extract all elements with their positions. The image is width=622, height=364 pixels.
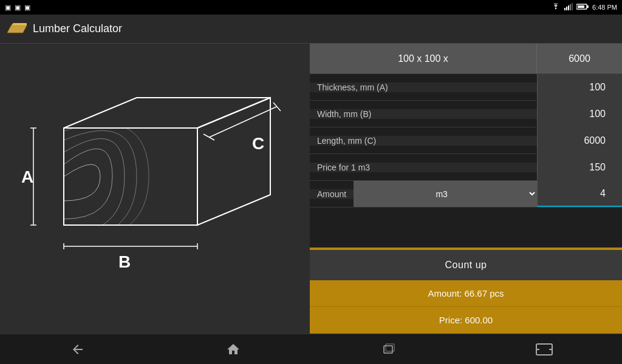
svg-text:B: B	[118, 252, 131, 271]
amount-result-row: Amount: 66.67 pcs	[310, 280, 622, 307]
width-row: Width, mm (B)	[310, 101, 622, 127]
svg-rect-2	[568, 5, 569, 10]
svg-rect-4	[572, 3, 573, 10]
svg-text:A: A	[21, 167, 33, 186]
svg-marker-9	[11, 23, 27, 25]
amount-unit-select[interactable]: m3 pcs	[354, 181, 537, 207]
amount-input[interactable]	[537, 181, 622, 207]
svg-line-26	[273, 103, 281, 111]
svg-rect-6	[578, 5, 584, 8]
lumber-diagram: A B C	[15, 79, 295, 298]
price-label: Price for 1 m3	[310, 163, 537, 172]
title-bar: Lumber Calculator	[0, 15, 622, 44]
amount-result: Amount: 66.67 pcs	[428, 288, 504, 298]
price-result: Price: 600.00	[439, 315, 493, 325]
app-title: Lumber Calculator	[33, 22, 122, 35]
main-content: A B C 100 x 100 x 6000 Thickness, mm (A	[0, 44, 622, 334]
length-row: Length, mm (C)	[310, 127, 622, 154]
nav-bar	[0, 334, 622, 364]
back-button[interactable]	[60, 337, 96, 362]
svg-rect-0	[564, 8, 566, 10]
width-label: Width, mm (B)	[310, 109, 537, 119]
width-input[interactable]	[537, 101, 622, 127]
svg-rect-3	[570, 4, 571, 10]
price-result-row: Price: 600.00	[310, 307, 622, 334]
dimension-summary: 100 x 100 x	[310, 44, 537, 73]
length-input[interactable]	[537, 127, 622, 153]
svg-text:C: C	[252, 134, 264, 153]
screenshot-button[interactable]	[526, 337, 562, 362]
svg-rect-28	[384, 346, 392, 353]
app-icon	[7, 23, 27, 35]
svg-rect-7	[587, 5, 589, 8]
price-row: Price for 1 m3	[310, 154, 622, 181]
count-up-button[interactable]: Count up	[310, 250, 622, 280]
lumber-diagram-panel: A B C	[0, 44, 310, 334]
svg-line-24	[210, 107, 276, 137]
home-button[interactable]	[215, 337, 251, 362]
length-label: Length, mm (C)	[310, 136, 537, 146]
thickness-input[interactable]	[537, 74, 622, 100]
battery-icon	[576, 3, 589, 12]
signal-icon	[564, 3, 573, 12]
notification-icon-3: ▣	[24, 4, 30, 12]
svg-marker-8	[7, 25, 27, 33]
status-right: 6:48 PM	[551, 3, 617, 12]
status-left: ▣ ▣ ▣	[5, 4, 30, 12]
dimension-display-row: 100 x 100 x 6000	[310, 44, 622, 74]
svg-rect-1	[566, 7, 567, 10]
wifi-icon	[551, 3, 561, 12]
input-rows: Thickness, mm (A) Width, mm (B) Length, …	[310, 74, 622, 248]
amount-row: Amount m3 pcs	[310, 181, 622, 207]
right-panel: 100 x 100 x 6000 Thickness, mm (A) Width…	[310, 44, 622, 334]
status-bar: ▣ ▣ ▣ 6:48 PM	[0, 0, 622, 15]
length-display: 6000	[537, 44, 622, 73]
time-display: 6:48 PM	[592, 4, 617, 11]
svg-line-25	[203, 134, 214, 140]
amount-label: Amount	[310, 189, 354, 199]
svg-rect-29	[386, 344, 394, 351]
price-input[interactable]	[537, 154, 622, 180]
notification-icon-1: ▣	[5, 4, 11, 12]
notification-icon-2: ▣	[15, 4, 21, 12]
svg-marker-13	[197, 98, 270, 225]
recents-button[interactable]	[371, 337, 407, 362]
thickness-row: Thickness, mm (A)	[310, 74, 622, 101]
thickness-label: Thickness, mm (A)	[310, 83, 537, 92]
